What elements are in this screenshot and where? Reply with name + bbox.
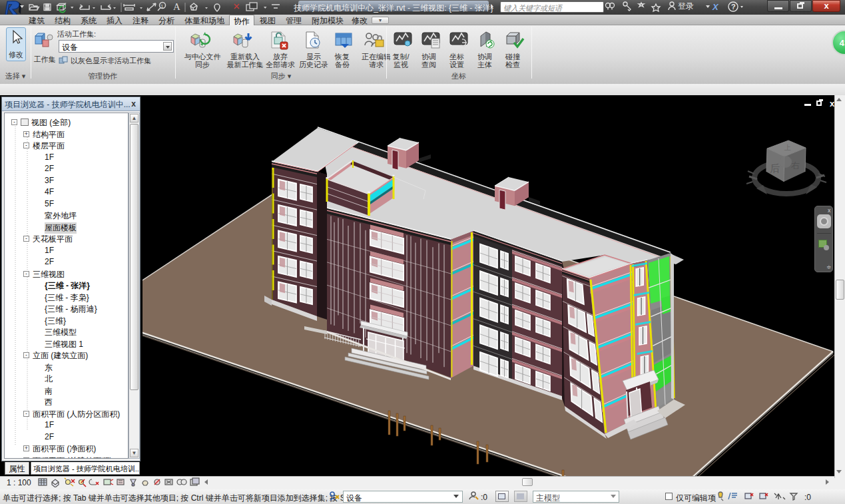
svg-text:登录: 登录 — [678, 1, 694, 11]
svg-text:右: 右 — [791, 160, 800, 170]
svg-text:A: A — [173, 1, 180, 12]
svg-text:1: 1 — [160, 3, 164, 9]
svg-text:?: ? — [731, 3, 736, 11]
svg-text:上: 上 — [784, 144, 791, 151]
svg-text:后: 后 — [770, 162, 780, 174]
